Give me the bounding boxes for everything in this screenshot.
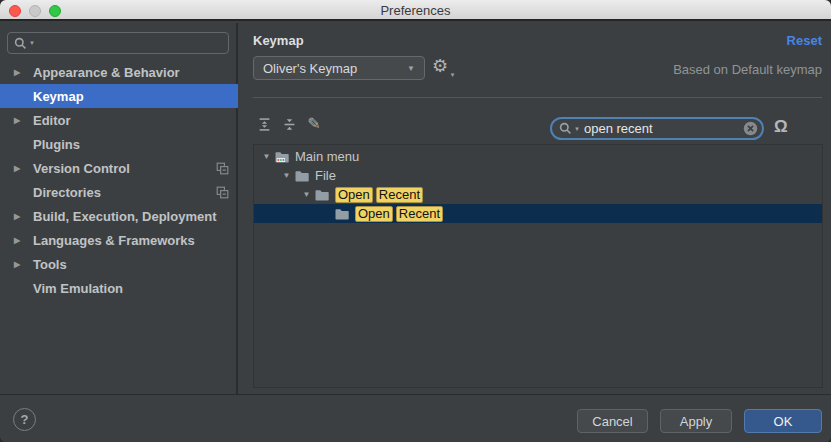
search-icon — [559, 122, 572, 135]
search-match-highlight: Recent — [396, 206, 443, 222]
collapse-all-button[interactable] — [281, 116, 297, 132]
sidebar-item-label: Directories — [33, 185, 101, 200]
sidebar-item-label: Build, Execution, Deployment — [33, 209, 216, 224]
reset-link[interactable]: Reset — [787, 33, 822, 48]
collapse-all-icon — [283, 118, 296, 131]
folder-icon — [294, 168, 310, 184]
tree-row-label: Main menu — [295, 149, 359, 164]
chevron-right-icon[interactable]: ▶ — [14, 236, 33, 245]
chevron-right-icon[interactable]: ▶ — [14, 212, 33, 221]
chevron-expanded-icon[interactable]: ▼ — [299, 190, 314, 199]
chevron-right-icon[interactable]: ▶ — [14, 68, 33, 77]
sidebar-item-plugins[interactable]: Plugins — [0, 132, 238, 156]
shortcut-search-field[interactable]: ▼ — [550, 117, 764, 140]
sidebar-item-version-control[interactable]: ▶Version Control — [0, 156, 238, 180]
sidebar-item-label: Editor — [33, 113, 71, 128]
window-title: Preferences — [0, 0, 831, 21]
sidebar-item-label: Keymap — [33, 89, 84, 104]
sidebar-item-editor[interactable]: ▶Editor — [0, 108, 238, 132]
search-options-caret-icon[interactable]: ▼ — [574, 126, 580, 132]
dialog-footer: ? Cancel Apply OK — [0, 394, 831, 442]
chevron-expanded-icon[interactable]: ▼ — [279, 171, 294, 180]
preferences-window: Preferences ▼ ▶Appearance & BehaviorKeym… — [0, 0, 831, 442]
find-by-shortcut-icon: Ω — [774, 117, 788, 136]
actions-tree: ▼Main menu▼File▼OpenRecentOpenRecent — [253, 144, 823, 388]
search-match-highlight: Open — [335, 187, 373, 203]
cancel-button[interactable]: Cancel — [577, 409, 648, 433]
sidebar-item-languages-frameworks[interactable]: ▶Languages & Frameworks — [0, 228, 238, 252]
actions-tree-rows: ▼Main menu▼File▼OpenRecentOpenRecent — [254, 147, 822, 223]
pencil-icon: ✎ — [307, 116, 320, 132]
search-match-highlight: Open — [355, 206, 393, 222]
search-options-caret-icon[interactable]: ▼ — [29, 40, 35, 46]
search-icon — [14, 37, 27, 50]
shortcut-search-input[interactable] — [582, 120, 741, 137]
sidebar-item-label: Tools — [33, 257, 67, 272]
find-actions-by-shortcut-button[interactable]: Ω — [774, 117, 788, 137]
main-menu-icon — [274, 149, 290, 165]
edit-shortcut-button[interactable]: ✎ — [306, 116, 322, 132]
tree-row-main-menu[interactable]: ▼Main menu — [254, 147, 822, 166]
per-project-settings-icon — [216, 186, 229, 199]
gear-icon: ⚙ — [432, 56, 448, 76]
expand-all-icon — [258, 118, 271, 131]
sidebar-item-label: Vim Emulation — [33, 281, 123, 296]
sidebar-item-label: Appearance & Behavior — [33, 65, 180, 80]
chevron-expanded-icon[interactable]: ▼ — [259, 152, 274, 161]
page-title: Keymap — [253, 33, 304, 48]
sidebar-item-label: Languages & Frameworks — [33, 233, 195, 248]
clear-search-button[interactable] — [743, 121, 758, 136]
ok-button[interactable]: OK — [744, 409, 822, 433]
sidebar-item-label: Version Control — [33, 161, 130, 176]
folder-icon — [334, 206, 350, 222]
close-icon — [743, 121, 758, 136]
sidebar-item-directories[interactable]: Directories — [0, 180, 238, 204]
header-separator — [253, 97, 822, 98]
folder-icon — [314, 187, 330, 203]
sidebar-item-appearance-behavior[interactable]: ▶Appearance & Behavior — [0, 60, 238, 84]
keymap-settings-panel: Keymap Reset Oliver's Keymap ▼ ⚙ ▾ Based… — [240, 23, 831, 394]
chevron-right-icon[interactable]: ▶ — [14, 164, 33, 173]
tree-row-file[interactable]: ▼File — [254, 166, 822, 185]
chevron-right-icon[interactable]: ▶ — [14, 116, 33, 125]
chevron-right-icon[interactable]: ▶ — [14, 260, 33, 269]
sidebar-search-input[interactable] — [37, 35, 222, 52]
expand-all-button[interactable] — [256, 116, 272, 132]
titlebar: Preferences — [0, 0, 831, 21]
help-button[interactable]: ? — [13, 408, 36, 431]
keymap-settings-gear-button[interactable]: ⚙ ▾ — [432, 55, 448, 78]
sidebar-item-keymap[interactable]: Keymap — [0, 84, 238, 108]
tree-row-label: File — [315, 168, 336, 183]
sidebar-items-list: ▶Appearance & BehaviorKeymap▶EditorPlugi… — [0, 60, 238, 300]
per-project-settings-icon — [216, 162, 229, 175]
sidebar-search-box[interactable]: ▼ — [7, 32, 229, 54]
sidebar-item-build-execution-deployment[interactable]: ▶Build, Execution, Deployment — [0, 204, 238, 228]
apply-button[interactable]: Apply — [660, 409, 732, 433]
gear-caret-icon: ▾ — [451, 70, 455, 79]
sidebar-item-vim-emulation[interactable]: Vim Emulation — [0, 276, 238, 300]
sidebar-item-tools[interactable]: ▶Tools — [0, 252, 238, 276]
search-match-highlight: Recent — [376, 187, 423, 203]
chevron-down-icon: ▼ — [407, 64, 415, 73]
settings-sidebar: ▼ ▶Appearance & BehaviorKeymap▶EditorPlu… — [0, 23, 238, 394]
tree-row-open-recent[interactable]: OpenRecent — [254, 204, 822, 223]
keymap-selector-value: Oliver's Keymap — [263, 61, 357, 76]
sidebar-item-label: Plugins — [33, 137, 80, 152]
keymap-selector-dropdown[interactable]: Oliver's Keymap ▼ — [253, 56, 425, 80]
based-on-label: Based on Default keymap — [673, 62, 822, 77]
tree-row-open-recent[interactable]: ▼OpenRecent — [254, 185, 822, 204]
